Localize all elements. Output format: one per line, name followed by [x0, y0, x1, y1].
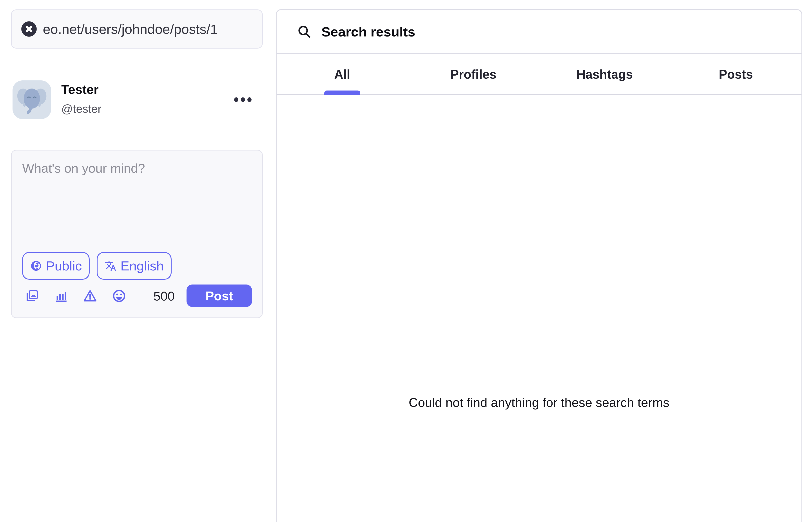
more-options-button[interactable]	[228, 89, 257, 109]
translate-icon	[105, 260, 117, 272]
poll-icon	[54, 289, 68, 303]
app-root: Tester @tester Public	[0, 0, 812, 522]
clear-input-button[interactable]	[21, 21, 37, 37]
emoji-picker-button[interactable]	[112, 289, 126, 303]
search-url-input[interactable]	[43, 21, 252, 37]
composer-toolbar: 500 Post	[12, 284, 262, 308]
tab-all[interactable]: All	[277, 54, 408, 94]
language-label: English	[120, 258, 164, 274]
attach-media-button[interactable]	[25, 289, 39, 303]
visibility-label: Public	[46, 258, 82, 274]
content-warning-button[interactable]	[83, 289, 97, 303]
tab-profiles[interactable]: Profiles	[408, 54, 539, 94]
post-button[interactable]: Post	[186, 284, 252, 307]
url-input-card	[11, 9, 263, 48]
profile-display-name: Tester	[61, 82, 102, 97]
x-circle-icon	[21, 21, 37, 37]
current-user-row[interactable]: Tester @tester	[13, 80, 254, 120]
search-results-title: Search results	[321, 24, 415, 40]
visibility-button[interactable]: Public	[22, 252, 89, 280]
elephant-avatar[interactable]	[13, 80, 51, 119]
composer-card: Public English	[11, 150, 263, 318]
search-results-header: Search results	[277, 10, 801, 54]
media-image-icon	[25, 289, 39, 303]
tab-hashtags[interactable]: Hashtags	[539, 54, 670, 94]
search-results-panel: Search results All Profiles Hashtags Pos…	[276, 9, 802, 522]
composer-options-row: Public English	[22, 252, 171, 280]
empty-results-message: Could not find anything for these search…	[409, 395, 669, 409]
search-icon	[297, 24, 312, 39]
search-tabs: All Profiles Hashtags Posts	[277, 54, 801, 95]
ellipsis-icon	[234, 97, 238, 102]
character-count: 500	[153, 284, 175, 308]
emoji-icon	[112, 289, 126, 303]
tab-posts[interactable]: Posts	[670, 54, 801, 94]
globe-icon	[30, 260, 42, 272]
empty-results-state: Could not find anything for these search…	[277, 395, 801, 410]
language-button[interactable]: English	[97, 252, 171, 280]
active-tab-indicator	[324, 91, 360, 95]
profile-handle: @tester	[61, 102, 102, 116]
content-warning-icon	[83, 289, 97, 303]
add-poll-button[interactable]	[54, 289, 68, 303]
composer-input[interactable]	[22, 160, 251, 244]
